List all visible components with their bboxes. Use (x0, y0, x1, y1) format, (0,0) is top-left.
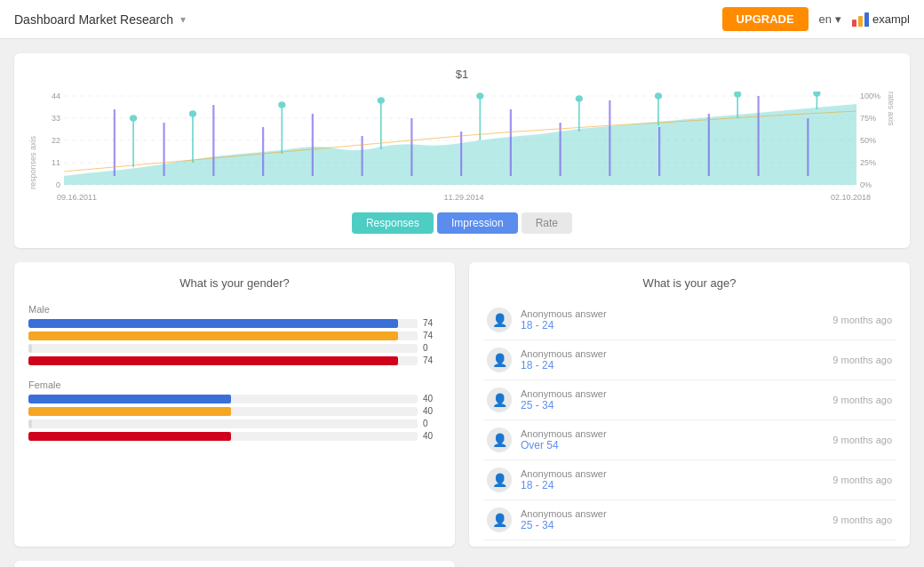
bottom-row: What is your gender? Male 74 74 (14, 262, 910, 547)
answer-label-1: Anonymous answer (521, 308, 824, 319)
female-bar-red: 40 (28, 431, 441, 441)
answer-time-1: 9 months ago (832, 315, 892, 325)
main-content: $1 responses axis 44 33 22 11 0 (0, 39, 924, 567)
chart-title: $1 (28, 68, 896, 81)
svg-rect-13 (510, 109, 512, 176)
gender-card: What is your gender? Male 74 74 (14, 262, 455, 547)
svg-point-27 (378, 98, 384, 103)
answer-value-2[interactable]: 18 - 24 (521, 359, 824, 371)
female-bar-track-red (28, 432, 418, 441)
logo-bar-blue (864, 12, 869, 27)
male-fill-orange (28, 331, 398, 340)
lang-chevron-icon: ▾ (835, 12, 841, 26)
lang-label: en (819, 12, 832, 26)
male-bar-track-zero (28, 344, 418, 353)
svg-point-25 (279, 102, 285, 108)
svg-rect-17 (708, 114, 710, 176)
female-value-zero: 0 (423, 419, 441, 428)
svg-point-33 (656, 93, 662, 99)
answer-time-3: 9 months ago (832, 395, 892, 405)
page-title: Dashboard Market Research (14, 12, 173, 27)
chart-buttons: Responses Impression Rate (28, 212, 896, 234)
male-group: Male 74 74 0 (28, 304, 441, 365)
female-value-orange: 40 (423, 406, 441, 416)
svg-rect-6 (163, 123, 165, 176)
chart-svg (64, 92, 856, 189)
male-fill-blue (28, 319, 398, 328)
male-bar-blue: 74 (28, 318, 441, 328)
male-bar-track-orange (28, 331, 418, 340)
male-bar-orange: 74 (28, 331, 441, 340)
brand-name: exampl (872, 12, 910, 26)
y-left-labels: 44 33 22 11 0 (39, 92, 64, 189)
female-label: Female (28, 379, 441, 390)
avatar-5: 👤 (487, 467, 512, 492)
answer-label-2: Anonymous answer (521, 348, 824, 359)
language-selector[interactable]: en ▾ (819, 12, 841, 26)
header-right: UPGRADE en ▾ exampl (722, 7, 910, 31)
svg-rect-8 (262, 127, 264, 176)
female-bar-track-orange (28, 407, 418, 416)
svg-rect-18 (758, 96, 760, 176)
chart-card: $1 responses axis 44 33 22 11 0 (14, 53, 910, 248)
female-bar-track-blue (28, 395, 418, 403)
svg-rect-10 (362, 136, 363, 176)
answer-value-4[interactable]: Over 54 (521, 439, 824, 451)
dropdown-icon[interactable]: ▾ (180, 13, 186, 26)
male-bar-zero: 0 (28, 343, 441, 353)
age-item-4: 👤 Anonymous answer Over 54 9 months ago (483, 420, 896, 460)
age-card: What is your age? 👤 Anonymous answer 18 … (469, 262, 910, 547)
female-fill-zero (28, 419, 32, 428)
brand-logo-icon (852, 12, 869, 27)
impression-button[interactable]: Impression (437, 212, 518, 234)
svg-rect-9 (312, 114, 314, 176)
female-fill-blue (28, 395, 231, 403)
answer-time-2: 9 months ago (832, 355, 892, 365)
answer-value-1[interactable]: 18 - 24 (521, 319, 824, 331)
age-item-3: 👤 Anonymous answer 25 - 34 9 months ago (483, 380, 896, 420)
male-value-orange: 74 (423, 331, 441, 340)
rate-button[interactable]: Rate (522, 212, 572, 234)
svg-point-35 (735, 92, 741, 97)
avatar-1: 👤 (487, 307, 512, 332)
age-item-5: 👤 Anonymous answer 18 - 24 9 months ago (483, 460, 896, 500)
male-fill-red (28, 356, 398, 365)
avatar-6: 👤 (487, 507, 512, 532)
answer-time-6: 9 months ago (832, 515, 892, 525)
male-fill-zero (28, 344, 32, 353)
female-bar-blue: 40 (28, 394, 441, 403)
age-item-2: 👤 Anonymous answer 18 - 24 9 months ago (483, 340, 896, 380)
y-left-axis-label: responses axis (28, 92, 37, 189)
male-value-red: 74 (423, 355, 441, 365)
responses-button[interactable]: Responses (352, 212, 434, 234)
answer-value-3[interactable]: 25 - 34 (521, 399, 824, 411)
age-item-1: 👤 Anonymous answer 18 - 24 9 months ago (483, 300, 896, 340)
svg-rect-15 (609, 100, 610, 176)
answer-content-1: Anonymous answer 18 - 24 (521, 308, 824, 331)
female-group: Female 40 40 0 (28, 379, 441, 441)
answer-content-2: Anonymous answer 18 - 24 (521, 348, 824, 371)
age-item-7: 👤 Anonymous answer 18 - 24 9 months ago (483, 540, 896, 547)
svg-rect-12 (460, 132, 462, 176)
age-item-6: 👤 Anonymous answer 25 - 34 9 months ago (483, 500, 896, 540)
female-bar-track-zero (28, 419, 418, 428)
answer-value-6[interactable]: 25 - 34 (521, 519, 824, 531)
svg-rect-11 (410, 118, 412, 176)
svg-rect-7 (212, 105, 214, 176)
upgrade-button[interactable]: UPGRADE (722, 7, 808, 31)
svg-point-37 (814, 92, 820, 96)
answer-content-3: Anonymous answer 25 - 34 (521, 388, 824, 411)
male-value-blue: 74 (423, 318, 441, 328)
answer-label-6: Anonymous answer (521, 508, 824, 519)
answer-label-4: Anonymous answer (521, 428, 824, 439)
header-left: Dashboard Market Research ▾ (14, 12, 186, 27)
answer-value-5[interactable]: 18 - 24 (521, 479, 824, 491)
svg-rect-14 (560, 123, 562, 176)
avatar-2: 👤 (487, 347, 512, 372)
answer-content-5: Anonymous answer 18 - 24 (521, 468, 824, 491)
placeholder-card (469, 561, 910, 567)
female-bar-orange: 40 (28, 406, 441, 416)
answer-content-6: Anonymous answer 25 - 34 (521, 508, 824, 531)
svg-point-23 (190, 111, 196, 116)
male-bar-track-red (28, 356, 418, 365)
